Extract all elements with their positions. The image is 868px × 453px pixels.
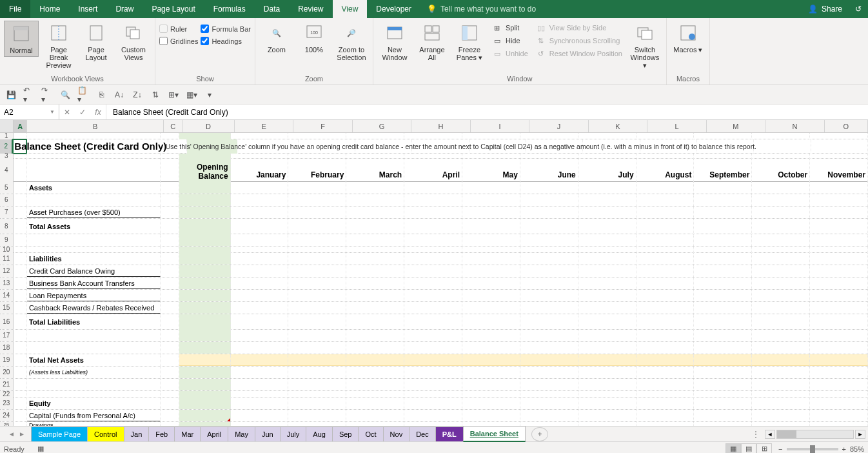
col-header-N[interactable]: N bbox=[765, 120, 824, 132]
row-equity[interactable]: Equity bbox=[27, 398, 161, 409]
history-button[interactable]: ↺ bbox=[849, 0, 868, 18]
tab-home[interactable]: Home bbox=[30, 0, 69, 18]
col-header-O[interactable]: O bbox=[825, 120, 868, 132]
sheet-tab-dec[interactable]: Dec bbox=[409, 427, 436, 441]
row-liabilities[interactable]: Liabilities bbox=[27, 253, 161, 265]
gridlines-checkbox[interactable]: Gridlines bbox=[159, 37, 198, 45]
new-sheet-button[interactable]: + bbox=[531, 427, 548, 441]
row-total-liab[interactable]: Total Liabilities bbox=[27, 314, 161, 330]
scroll-thumb[interactable] bbox=[777, 430, 796, 438]
select-all-corner[interactable] bbox=[0, 120, 14, 132]
comment-indicator-icon[interactable] bbox=[227, 418, 230, 421]
tab-draw[interactable]: Draw bbox=[106, 0, 143, 18]
zoom-100-button[interactable]: 100100% bbox=[297, 21, 331, 55]
tab-page-layout[interactable]: Page Layout bbox=[143, 0, 204, 18]
reset-position-button[interactable]: ↺Reset Window Position bbox=[533, 48, 625, 59]
zoom-level[interactable]: 85% bbox=[850, 445, 864, 453]
side-by-side-button[interactable]: ▯▯View Side by Side bbox=[533, 22, 625, 34]
row-cc-owing[interactable]: Credit Card Balance Owing bbox=[27, 265, 161, 277]
scroll-left-button[interactable]: ◄ bbox=[765, 430, 775, 439]
tab-view[interactable]: View bbox=[333, 0, 368, 18]
split-button[interactable]: ⊞Split bbox=[489, 22, 531, 34]
sort-custom-button[interactable]: ⇅ bbox=[150, 89, 161, 101]
view-page-break-button[interactable]: ⊞ bbox=[756, 443, 772, 454]
sheet-tab-pl[interactable]: P&L bbox=[435, 427, 464, 441]
col-header-M[interactable]: M bbox=[707, 120, 765, 132]
borders-button[interactable]: ▦▾ bbox=[186, 89, 197, 101]
zoom-out-button[interactable]: − bbox=[778, 445, 782, 453]
sheet-tab-aug[interactable]: Aug bbox=[306, 427, 333, 441]
macros-button[interactable]: Macros ▾ bbox=[671, 21, 705, 56]
row-total-net[interactable]: Total Net Assets bbox=[27, 354, 161, 366]
enter-formula-button[interactable]: ✓ bbox=[75, 108, 90, 117]
row-cashback[interactable]: Cashback Rewards / Rebates Received bbox=[27, 302, 161, 314]
row-capital[interactable]: Capital (Funds from Personal A/c) bbox=[27, 410, 161, 421]
sheet-tab-jun[interactable]: Jun bbox=[255, 427, 281, 441]
qat-more-button[interactable]: ▾ bbox=[204, 89, 215, 101]
ruler-checkbox[interactable]: Ruler bbox=[159, 25, 198, 33]
arrange-all-button[interactable]: Arrange All bbox=[415, 21, 449, 63]
row-drawings[interactable]: Drawings bbox=[27, 422, 161, 426]
hide-button[interactable]: ▭Hide bbox=[489, 35, 531, 46]
sheet-tab-jul[interactable]: July bbox=[280, 427, 307, 441]
tab-formulas[interactable]: Formulas bbox=[204, 0, 255, 18]
col-header-F[interactable]: F bbox=[293, 120, 352, 132]
sheet-tab-oct[interactable]: Oct bbox=[358, 427, 383, 441]
tab-file[interactable]: File bbox=[0, 0, 30, 18]
chevron-down-icon[interactable]: ▼ bbox=[50, 109, 55, 115]
row-assets-less[interactable]: (Assets less Liabilities) bbox=[27, 367, 161, 378]
freeze-panes-button[interactable]: Freeze Panes ▾ bbox=[452, 21, 487, 64]
tab-nav-last[interactable]: ► bbox=[17, 430, 27, 438]
tab-developer[interactable]: Developer bbox=[367, 0, 420, 18]
page-break-button[interactable]: Page Break Preview bbox=[41, 21, 76, 71]
sheet-tab-control[interactable]: Control bbox=[87, 427, 124, 441]
scroll-right-button[interactable]: ► bbox=[855, 430, 865, 439]
col-header-B[interactable]: B bbox=[27, 120, 164, 132]
normal-view-button[interactable]: Normal bbox=[4, 21, 39, 57]
col-header-L[interactable]: L bbox=[647, 120, 706, 132]
tab-nav-first[interactable]: ◄ bbox=[6, 430, 17, 438]
col-header-G[interactable]: G bbox=[353, 120, 411, 132]
name-box[interactable]: A2 ▼ bbox=[0, 105, 59, 119]
macro-record-icon[interactable]: ▦ bbox=[37, 445, 44, 453]
sheet-tab-balance-sheet[interactable]: Balance Sheet bbox=[463, 426, 526, 442]
print-preview-button[interactable]: 🔍 bbox=[59, 89, 71, 101]
copy-button[interactable]: ⎘ bbox=[95, 89, 107, 101]
zoom-slider[interactable] bbox=[787, 448, 838, 450]
undo-button[interactable]: ↶ ▾ bbox=[23, 89, 35, 101]
view-page-layout-button[interactable]: ▤ bbox=[741, 443, 756, 454]
col-header-J[interactable]: J bbox=[529, 120, 588, 132]
tab-review[interactable]: Review bbox=[289, 0, 332, 18]
new-window-button[interactable]: New Window bbox=[377, 21, 412, 63]
tab-insert[interactable]: Insert bbox=[69, 0, 106, 18]
sheet-tab-mar[interactable]: Mar bbox=[174, 427, 201, 441]
row-loan-repay[interactable]: Loan Repayments bbox=[27, 290, 161, 301]
headings-checkbox[interactable]: Headings bbox=[201, 37, 251, 45]
sheet-tab-apr[interactable]: April bbox=[200, 427, 228, 441]
sheet-tab-sep[interactable]: Sep bbox=[332, 427, 359, 441]
share-button[interactable]: 👤 Share bbox=[802, 0, 849, 18]
row-total-assets[interactable]: Total Assets bbox=[27, 219, 161, 234]
save-button[interactable]: 💾 bbox=[5, 89, 17, 101]
paste-button[interactable]: 📋▾ bbox=[77, 89, 89, 101]
sort-asc-button[interactable]: A↓ bbox=[113, 89, 125, 101]
col-header-C[interactable]: C bbox=[164, 120, 182, 132]
unhide-button[interactable]: ▭Unhide bbox=[489, 48, 531, 59]
zoom-selection-button[interactable]: 🔎Zoom to Selection bbox=[334, 21, 369, 63]
fx-button[interactable]: fx bbox=[90, 108, 106, 117]
col-header-D[interactable]: D bbox=[182, 120, 235, 132]
col-header-E[interactable]: E bbox=[235, 120, 293, 132]
tell-me-search[interactable]: 💡 Tell me what you want to do bbox=[427, 0, 536, 18]
redo-button[interactable]: ↷ ▾ bbox=[41, 89, 53, 101]
formula-bar-checkbox[interactable]: Formula Bar bbox=[201, 25, 251, 33]
worksheet-grid[interactable]: 1 2 Balance Sheet (Credit Card Only) Use… bbox=[0, 133, 868, 426]
page-layout-button[interactable]: Page Layout bbox=[79, 21, 113, 63]
sheet-tab-nov[interactable]: Nov bbox=[383, 427, 410, 441]
sort-desc-button[interactable]: Z↓ bbox=[132, 89, 143, 101]
row-assets[interactable]: Assets bbox=[27, 182, 161, 194]
formula-input[interactable]: Balance Sheet (Credit Card Only) bbox=[106, 105, 868, 119]
tab-data[interactable]: Data bbox=[255, 0, 289, 18]
col-header-H[interactable]: H bbox=[411, 120, 470, 132]
cancel-formula-button[interactable]: ✕ bbox=[59, 108, 75, 117]
switch-windows-button[interactable]: Switch Windows ▾ bbox=[627, 21, 662, 72]
